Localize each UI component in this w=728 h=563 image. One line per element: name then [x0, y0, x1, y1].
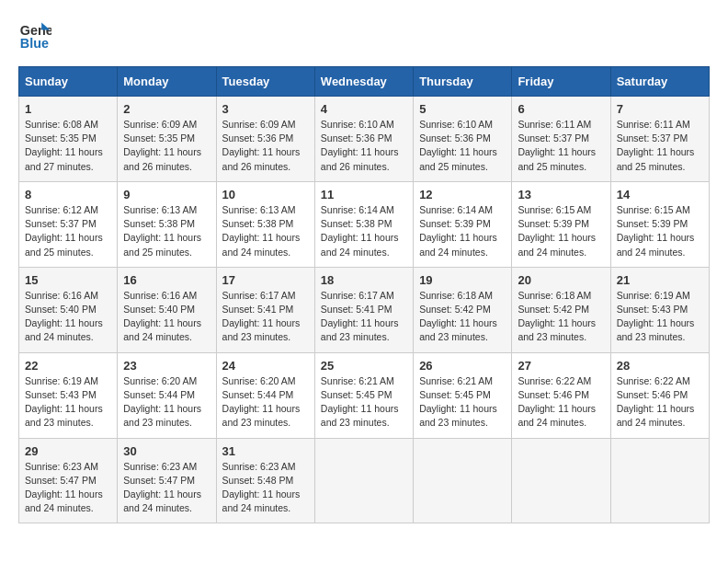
header-saturday: Saturday: [610, 67, 709, 97]
logo: General Blue: [18, 18, 57, 52]
day-info: Sunrise: 6:20 AMSunset: 5:44 PMDaylight:…: [222, 375, 301, 429]
day-number: 31: [222, 444, 309, 458]
calendar-cell: 8 Sunrise: 6:12 AMSunset: 5:37 PMDayligh…: [19, 181, 118, 267]
day-info: Sunrise: 6:14 AMSunset: 5:39 PMDaylight:…: [419, 204, 497, 258]
day-number: 6: [518, 102, 604, 116]
calendar-cell: 9 Sunrise: 6:13 AMSunset: 5:38 PMDayligh…: [118, 181, 216, 267]
calendar-cell: 7 Sunrise: 6:11 AMSunset: 5:37 PMDayligh…: [610, 97, 709, 182]
day-info: Sunrise: 6:19 AMSunset: 5:43 PMDaylight:…: [617, 290, 695, 343]
day-info: Sunrise: 6:16 AMSunset: 5:40 PMDaylight:…: [25, 290, 103, 343]
day-number: 8: [25, 188, 111, 201]
day-info: Sunrise: 6:16 AMSunset: 5:40 PMDaylight:…: [123, 290, 201, 343]
day-info: Sunrise: 6:22 AMSunset: 5:46 PMDaylight:…: [518, 375, 596, 429]
day-number: 11: [321, 188, 407, 201]
day-info: Sunrise: 6:23 AMSunset: 5:47 PMDaylight:…: [123, 461, 201, 514]
day-info: Sunrise: 6:10 AMSunset: 5:36 PMDaylight:…: [321, 119, 399, 172]
calendar-week-3: 15 Sunrise: 6:16 AMSunset: 5:40 PMDaylig…: [19, 267, 710, 352]
day-info: Sunrise: 6:13 AMSunset: 5:38 PMDaylight:…: [123, 204, 201, 258]
day-number: 21: [617, 273, 703, 287]
header-sunday: Sunday: [19, 67, 118, 97]
calendar-week-4: 22 Sunrise: 6:19 AMSunset: 5:43 PMDaylig…: [19, 352, 710, 438]
calendar-cell: [414, 438, 512, 523]
header-thursday: Thursday: [414, 67, 512, 97]
day-info: Sunrise: 6:15 AMSunset: 5:39 PMDaylight:…: [518, 204, 596, 258]
calendar-cell: 11 Sunrise: 6:14 AMSunset: 5:38 PMDaylig…: [314, 181, 413, 267]
calendar-cell: 27 Sunrise: 6:22 AMSunset: 5:46 PMDaylig…: [512, 352, 610, 438]
calendar-cell: 30 Sunrise: 6:23 AMSunset: 5:47 PMDaylig…: [118, 438, 216, 523]
header-tuesday: Tuesday: [216, 67, 314, 97]
calendar-cell: 5 Sunrise: 6:10 AMSunset: 5:36 PMDayligh…: [414, 97, 512, 182]
day-number: 26: [419, 359, 506, 373]
calendar-table: SundayMondayTuesdayWednesdayThursdayFrid…: [18, 66, 710, 523]
day-number: 12: [419, 188, 506, 201]
day-number: 15: [25, 273, 111, 287]
calendar-cell: 12 Sunrise: 6:14 AMSunset: 5:39 PMDaylig…: [414, 181, 512, 267]
calendar-cell: [512, 438, 610, 523]
day-number: 20: [518, 273, 604, 287]
day-number: 14: [617, 188, 703, 201]
day-number: 4: [321, 102, 407, 116]
calendar-cell: 31 Sunrise: 6:23 AMSunset: 5:48 PMDaylig…: [216, 438, 314, 523]
day-number: 19: [419, 273, 506, 287]
day-info: Sunrise: 6:18 AMSunset: 5:42 PMDaylight:…: [419, 290, 497, 343]
day-info: Sunrise: 6:21 AMSunset: 5:45 PMDaylight:…: [419, 375, 497, 429]
day-number: 9: [123, 188, 210, 201]
day-number: 10: [222, 188, 309, 201]
day-info: Sunrise: 6:23 AMSunset: 5:48 PMDaylight:…: [222, 461, 301, 514]
day-number: 16: [123, 273, 210, 287]
day-info: Sunrise: 6:14 AMSunset: 5:38 PMDaylight:…: [321, 204, 399, 258]
day-info: Sunrise: 6:19 AMSunset: 5:43 PMDaylight:…: [25, 375, 103, 429]
page-header: General Blue: [18, 18, 710, 52]
calendar-cell: 2 Sunrise: 6:09 AMSunset: 5:35 PMDayligh…: [118, 97, 216, 182]
day-number: 24: [222, 359, 309, 373]
calendar-week-1: 1 Sunrise: 6:08 AMSunset: 5:35 PMDayligh…: [19, 97, 710, 182]
calendar-cell: 4 Sunrise: 6:10 AMSunset: 5:36 PMDayligh…: [314, 97, 413, 182]
day-number: 27: [518, 359, 604, 373]
day-number: 3: [222, 102, 309, 116]
calendar-cell: 23 Sunrise: 6:20 AMSunset: 5:44 PMDaylig…: [118, 352, 216, 438]
calendar-cell: 25 Sunrise: 6:21 AMSunset: 5:45 PMDaylig…: [314, 352, 413, 438]
day-info: Sunrise: 6:09 AMSunset: 5:35 PMDaylight:…: [123, 119, 201, 172]
day-info: Sunrise: 6:18 AMSunset: 5:42 PMDaylight:…: [518, 290, 596, 343]
calendar-cell: 3 Sunrise: 6:09 AMSunset: 5:36 PMDayligh…: [216, 97, 314, 182]
calendar-cell: 22 Sunrise: 6:19 AMSunset: 5:43 PMDaylig…: [19, 352, 118, 438]
calendar-cell: 26 Sunrise: 6:21 AMSunset: 5:45 PMDaylig…: [414, 352, 512, 438]
day-info: Sunrise: 6:17 AMSunset: 5:41 PMDaylight:…: [222, 290, 301, 343]
calendar-cell: 15 Sunrise: 6:16 AMSunset: 5:40 PMDaylig…: [19, 267, 118, 352]
day-info: Sunrise: 6:10 AMSunset: 5:36 PMDaylight:…: [419, 119, 497, 172]
day-number: 17: [222, 273, 309, 287]
day-number: 23: [123, 359, 210, 373]
day-number: 29: [25, 444, 111, 458]
calendar-cell: [610, 438, 709, 523]
day-info: Sunrise: 6:17 AMSunset: 5:41 PMDaylight:…: [321, 290, 399, 343]
day-info: Sunrise: 6:22 AMSunset: 5:46 PMDaylight:…: [617, 375, 695, 429]
calendar-cell: 17 Sunrise: 6:17 AMSunset: 5:41 PMDaylig…: [216, 267, 314, 352]
calendar-cell: 24 Sunrise: 6:20 AMSunset: 5:44 PMDaylig…: [216, 352, 314, 438]
day-number: 18: [321, 273, 407, 287]
day-info: Sunrise: 6:21 AMSunset: 5:45 PMDaylight:…: [321, 375, 399, 429]
calendar-cell: 21 Sunrise: 6:19 AMSunset: 5:43 PMDaylig…: [610, 267, 709, 352]
calendar-week-5: 29 Sunrise: 6:23 AMSunset: 5:47 PMDaylig…: [19, 438, 710, 523]
day-number: 1: [25, 102, 111, 116]
calendar-cell: 20 Sunrise: 6:18 AMSunset: 5:42 PMDaylig…: [512, 267, 610, 352]
header-friday: Friday: [512, 67, 610, 97]
day-number: 22: [25, 359, 111, 373]
calendar-cell: 10 Sunrise: 6:13 AMSunset: 5:38 PMDaylig…: [216, 181, 314, 267]
day-number: 13: [518, 188, 604, 201]
day-info: Sunrise: 6:20 AMSunset: 5:44 PMDaylight:…: [123, 375, 201, 429]
calendar-cell: 13 Sunrise: 6:15 AMSunset: 5:39 PMDaylig…: [512, 181, 610, 267]
calendar-cell: 6 Sunrise: 6:11 AMSunset: 5:37 PMDayligh…: [512, 97, 610, 182]
day-number: 2: [123, 102, 210, 116]
calendar-cell: 29 Sunrise: 6:23 AMSunset: 5:47 PMDaylig…: [19, 438, 118, 523]
calendar-cell: 14 Sunrise: 6:15 AMSunset: 5:39 PMDaylig…: [610, 181, 709, 267]
day-info: Sunrise: 6:23 AMSunset: 5:47 PMDaylight:…: [25, 461, 103, 514]
calendar-cell: 18 Sunrise: 6:17 AMSunset: 5:41 PMDaylig…: [314, 267, 413, 352]
day-number: 30: [123, 444, 210, 458]
day-number: 5: [419, 102, 506, 116]
header-monday: Monday: [118, 67, 216, 97]
calendar-cell: 1 Sunrise: 6:08 AMSunset: 5:35 PMDayligh…: [19, 97, 118, 182]
day-number: 28: [617, 359, 703, 373]
day-info: Sunrise: 6:11 AMSunset: 5:37 PMDaylight:…: [617, 119, 695, 172]
day-number: 25: [321, 359, 407, 373]
day-info: Sunrise: 6:12 AMSunset: 5:37 PMDaylight:…: [25, 204, 103, 258]
